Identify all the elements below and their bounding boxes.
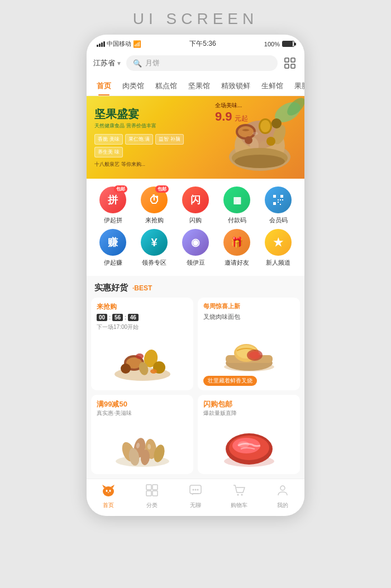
- icon-pin[interactable]: 包邮 拼 伊起拼: [96, 187, 130, 224]
- bottom-nav-chat-label: 无聊: [190, 501, 201, 509]
- svg-point-21: [252, 132, 258, 135]
- products-grid: 来抢购 00 : 56 : 46 下一场17:00开始: [87, 298, 304, 479]
- icon-invite-circle: 🎁: [223, 229, 250, 256]
- svg-point-37: [136, 353, 144, 359]
- banner-price: 9.9: [215, 109, 232, 123]
- scan-icon[interactable]: [282, 55, 298, 71]
- icon-flash-buy-badge: 包邮: [155, 185, 169, 193]
- icon-pay-code-symbol: ▦: [233, 195, 241, 205]
- cart-icon: [232, 484, 246, 500]
- bottom-nav-home-label: 首页: [103, 501, 114, 509]
- svg-point-38: [150, 369, 157, 374]
- svg-point-64: [109, 490, 111, 492]
- bottom-nav-category[interactable]: 分类: [138, 484, 166, 509]
- svg-rect-25: [278, 199, 279, 200]
- signal-icon: [97, 41, 105, 47]
- bottom-nav-home[interactable]: 首页: [94, 484, 122, 509]
- chat-icon: [189, 484, 202, 500]
- svg-point-16: [266, 137, 275, 146]
- product-card-discount-header: 满99减50 真实惠·美滋味: [91, 395, 193, 419]
- svg-rect-26: [280, 199, 281, 200]
- timer-s: 46: [128, 314, 139, 321]
- icon-pay-code-circle: ▦: [223, 187, 250, 213]
- nav-tabs: 首页 肉类馆 糕点馆 坚果馆 精致锁鲜 生鲜馆 果脯: [87, 75, 304, 96]
- banner-price-prefix: 全场美味...: [215, 102, 248, 109]
- discount-tag: 满99减50: [97, 399, 188, 409]
- icon-invite[interactable]: 🎁 邀请好友: [220, 229, 254, 267]
- icon-flash[interactable]: 闪 闪购: [179, 187, 212, 224]
- icon-pin-symbol: 拼: [108, 193, 118, 207]
- svg-point-63: [106, 490, 108, 492]
- icon-earn-symbol: 赚: [108, 236, 118, 249]
- icon-pin-badge: 包邮: [114, 185, 127, 193]
- svg-point-35: [121, 364, 131, 374]
- banner-bottom-text: 十八般泉艺 等你来购...: [94, 161, 207, 168]
- icons-row-2: 赚 伊起赚 ¥ 领券专区 ◉ 领伊豆 🎁 邀请好友: [87, 229, 304, 271]
- banner-right: 全场美味... 9.9 元起: [215, 96, 304, 179]
- chevron-down-icon: ▼: [116, 60, 122, 66]
- svg-point-10: [238, 126, 254, 137]
- bottom-nav-category-label: 分类: [146, 501, 158, 509]
- product-card-flash-sale[interactable]: 来抢购 00 : 56 : 46 下一场17:00开始: [91, 298, 193, 390]
- home-icon: [101, 484, 116, 500]
- flash-free-img: [198, 419, 300, 470]
- svg-rect-69: [152, 491, 158, 496]
- icon-newbie[interactable]: ★ 新人频道: [261, 229, 295, 267]
- icon-bean[interactable]: ◉ 领伊豆: [179, 229, 212, 267]
- svg-rect-68: [146, 491, 151, 496]
- search-icon: 🔍: [133, 59, 142, 68]
- tab-pastry[interactable]: 糕点馆: [150, 75, 183, 95]
- bottom-nav-cart[interactable]: 购物车: [225, 484, 253, 509]
- tab-dried-fruit[interactable]: 果脯: [289, 75, 304, 95]
- icon-flash-buy[interactable]: 包邮 ⏱ 来抢购: [137, 187, 171, 224]
- icon-pay-code[interactable]: ▦ 付款码: [220, 187, 254, 224]
- bottom-nav-chat[interactable]: 无聊: [182, 484, 209, 509]
- svg-point-17: [245, 136, 252, 144]
- tab-fresh-lock[interactable]: 精致锁鲜: [216, 75, 256, 95]
- product-card-discount[interactable]: 满99减50 真实惠·美滋味: [91, 395, 193, 474]
- tab-fresh[interactable]: 生鲜馆: [256, 75, 289, 95]
- status-bar: 中国移动 📶 下午5:36 100%: [87, 35, 304, 51]
- svg-rect-66: [146, 485, 151, 490]
- product-card-new-header: 每周惊喜上新: [198, 298, 300, 313]
- icon-invite-label: 邀请好友: [225, 259, 249, 267]
- tab-meat[interactable]: 肉类馆: [117, 75, 150, 95]
- flash-sale-tag: 来抢购: [97, 302, 117, 312]
- svg-point-65: [108, 492, 109, 493]
- time-label: 下午5:36: [189, 39, 216, 49]
- icon-flash-symbol: 闪: [190, 193, 201, 207]
- svg-rect-67: [152, 485, 158, 490]
- icon-member-code[interactable]: 会员码: [261, 187, 295, 224]
- user-icon: [276, 484, 289, 500]
- banner-tag-4: 养生美 味: [94, 147, 123, 157]
- carrier-label: 中国移动: [107, 40, 131, 48]
- icon-earn-label: 伊起赚: [104, 259, 122, 267]
- icon-flash-circle: 闪: [182, 187, 209, 213]
- flash-sale-timer: 00 : 56 : 46: [97, 314, 188, 321]
- section-header: 实惠好货 ·BEST: [87, 276, 304, 298]
- tab-nuts[interactable]: 坚果馆: [183, 75, 216, 95]
- discount-desc: 真实惠·美滋味: [97, 409, 188, 417]
- location-button[interactable]: 江苏省 ▼: [93, 58, 122, 68]
- product-card-new[interactable]: 每周惊喜上新 叉烧肉味面包 壮里藏着鲜: [198, 298, 300, 390]
- icon-bean-symbol: ◉: [191, 236, 200, 248]
- bottom-nav-me[interactable]: 我的: [269, 484, 297, 509]
- search-placeholder: 月饼: [145, 58, 160, 68]
- icon-pay-code-label: 付款码: [228, 216, 246, 224]
- product-card-flash-free[interactable]: 闪购包邮 爆款量贩直降: [198, 395, 300, 474]
- banner-tag-3: 益智 补脑: [155, 134, 184, 145]
- icon-coupon-symbol: ¥: [151, 236, 157, 249]
- search-input[interactable]: 🔍 月饼: [126, 55, 278, 71]
- icon-coupon[interactable]: ¥ 领券专区: [137, 229, 171, 267]
- svg-point-18: [271, 118, 282, 128]
- icon-flash-buy-label: 来抢购: [145, 216, 164, 224]
- svg-rect-23: [280, 195, 283, 198]
- banner-price-unit: 元起: [235, 114, 248, 122]
- tab-home[interactable]: 首页: [91, 75, 117, 95]
- flash-free-tag: 闪购包邮: [203, 399, 294, 409]
- icon-earn[interactable]: 赚 伊起赚: [96, 229, 130, 267]
- svg-point-73: [197, 489, 199, 491]
- icons-section: 包邮 拼 伊起拼 包邮 ⏱ 来抢购 闪 闪购 ▦: [87, 179, 304, 276]
- banner-tag-2: 果仁饱 满: [125, 134, 154, 145]
- new-item-tag: 每周惊喜上新: [203, 302, 240, 310]
